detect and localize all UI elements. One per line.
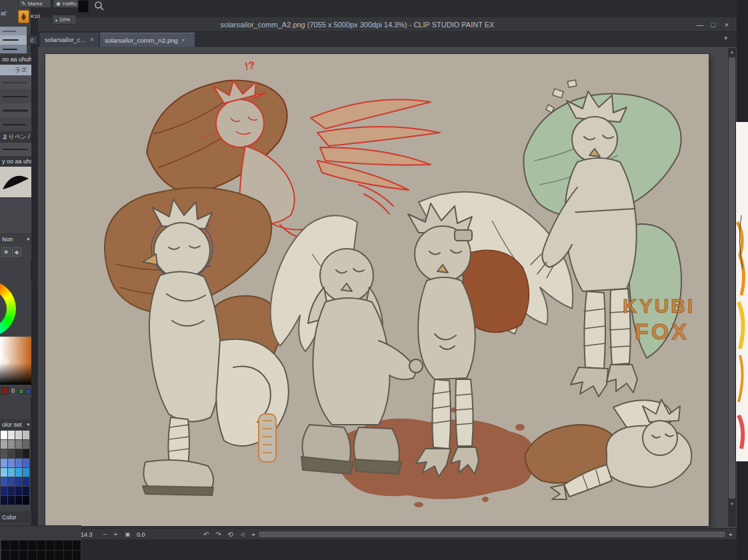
panel-gutter <box>31 0 38 560</box>
search-icon[interactable] <box>94 1 104 13</box>
color-swatch[interactable] <box>15 468 22 477</box>
tool-list-item[interactable] <box>0 27 27 35</box>
color-swatch[interactable] <box>8 459 15 467</box>
color-swatch[interactable] <box>8 468 15 477</box>
effect-tool-button[interactable]: ✽ <box>1 247 11 257</box>
color-swatch[interactable] <box>15 496 22 505</box>
reset-view-button[interactable]: ⟲ <box>226 530 235 539</box>
top-strip <box>38 0 737 17</box>
maximize-button[interactable]: □ <box>707 19 719 31</box>
color-swatch[interactable] <box>1 487 7 495</box>
rotation-angle-value: 0.0 <box>137 531 145 538</box>
color-swatch[interactable] <box>1 496 7 505</box>
vertical-scrollbar-thumb[interactable] <box>729 57 735 499</box>
left-tool-panel: oo aa uhuh ラズ まりペン / y oo aa uhu Non ▾ ✽… <box>0 0 31 560</box>
cropped-label-k10: K10 <box>31 13 40 19</box>
color-swatch[interactable] <box>8 431 15 439</box>
brush-group-header[interactable]: y oo aa uhu <box>0 156 31 167</box>
zoom-out-button[interactable]: − <box>101 530 109 539</box>
app-window: solarsailor_comm_A2.png (7055 x 5000px 3… <box>0 0 748 560</box>
opacity-control[interactable]: ▲ 10% <box>52 15 77 25</box>
color-swatch[interactable] <box>1 440 7 449</box>
rotate-cw-button[interactable]: ↷ <box>214 530 223 539</box>
bg-color-swatch[interactable] <box>25 389 31 394</box>
brush-group-label[interactable]: まりペン / <box>0 131 31 143</box>
color-swatch[interactable] <box>23 468 29 477</box>
window-controls: — □ × <box>694 19 733 31</box>
fg-color-swatch[interactable] <box>1 387 9 395</box>
subtool-tab[interactable]: c <box>27 35 37 45</box>
document-tab-inactive[interactable]: solarsailor_comm × <box>40 33 99 47</box>
color-swatch[interactable] <box>8 487 15 495</box>
color-swatch[interactable] <box>23 487 29 495</box>
color-swatch[interactable] <box>8 449 15 458</box>
color-swatch[interactable] <box>23 477 29 486</box>
brush-item-selected[interactable]: ラズ <box>0 65 31 75</box>
blend-mode-value: Non <box>2 236 13 243</box>
opacity-value: 10% <box>59 17 70 23</box>
navigation-bar: 14.3 − + ▣ 0.0 ↶ ↷ ⟲ ◁ ◂ ▸ <box>38 528 737 539</box>
active-pen-tool-icon[interactable] <box>18 10 29 23</box>
scroll-left-icon[interactable]: ◂ <box>249 530 257 539</box>
horizontal-scrollbar[interactable] <box>258 531 726 538</box>
scroll-right-icon[interactable]: ▸ <box>727 530 735 539</box>
vertical-scrollbar[interactable]: ▲ ▼ <box>728 48 736 527</box>
blur-tool-button[interactable]: ◆ <box>12 247 21 257</box>
brush-item[interactable] <box>0 103 31 117</box>
halftone-icon: ◉ <box>56 1 61 7</box>
chevron-down-icon[interactable]: ▾ <box>27 419 31 430</box>
color-swatch[interactable] <box>8 440 15 449</box>
color-swatch[interactable] <box>23 431 29 439</box>
horizontal-scrollbar-thumb[interactable] <box>259 531 725 537</box>
color-swatch[interactable] <box>15 477 22 486</box>
scroll-down-icon[interactable]: ▼ <box>728 500 736 508</box>
flip-view-button[interactable]: ◁ <box>238 530 247 539</box>
document-canvas[interactable]: !? <box>45 54 709 526</box>
color-swatch[interactable] <box>1 459 7 467</box>
tool-list-item-selected[interactable] <box>0 35 27 45</box>
color-swatch[interactable] <box>23 496 29 505</box>
blend-mode-dropdown[interactable]: Non ▾ <box>0 234 31 245</box>
chevron-down-icon[interactable]: ▾ <box>724 35 727 41</box>
color-value-label: 0 <box>11 387 15 394</box>
sketch-exclaim-text: !? <box>244 59 255 72</box>
brush-item[interactable] <box>0 143 31 156</box>
color-swatch[interactable] <box>1 468 7 477</box>
brush-item[interactable] <box>0 117 31 131</box>
color-wheel[interactable] <box>0 281 31 337</box>
color-swatch[interactable] <box>1 477 7 486</box>
rotate-ccw-button[interactable]: ↶ <box>202 530 211 539</box>
dark-swatch-grid[interactable] <box>1 540 81 560</box>
panel-spacer <box>0 197 31 234</box>
color-swatch[interactable] <box>15 449 22 458</box>
sub-color-swatch[interactable] <box>19 389 24 394</box>
color-picker-cursor[interactable] <box>5 359 9 363</box>
cropped-side-canvas[interactable] <box>736 122 748 461</box>
fit-screen-button[interactable]: ▣ <box>123 530 132 539</box>
color-gradient-picker[interactable] <box>0 337 31 385</box>
color-swatch[interactable] <box>15 440 22 449</box>
tool-list-item[interactable] <box>0 45 27 53</box>
brush-item[interactable] <box>0 89 31 103</box>
color-swatch[interactable] <box>15 487 22 495</box>
color-swatch[interactable] <box>1 449 7 458</box>
minimize-button[interactable]: — <box>694 19 706 31</box>
color-swatch[interactable] <box>23 449 29 458</box>
color-swatch[interactable] <box>23 440 29 449</box>
color-swatch[interactable] <box>15 431 22 439</box>
scroll-up-icon[interactable]: ▲ <box>728 48 736 56</box>
brush-item[interactable] <box>0 75 31 89</box>
color-swatch[interactable] <box>23 459 29 467</box>
close-button[interactable]: × <box>721 19 733 31</box>
document-tab-active[interactable]: solarsailor_comm_A2.png × <box>100 33 195 47</box>
chevron-down-icon: ▾ <box>27 234 31 245</box>
zoom-in-button[interactable]: + <box>111 530 120 539</box>
marker-tool-button[interactable]: ✎ Marke <box>18 0 51 8</box>
brush-group-header[interactable]: oo aa uhuh <box>0 54 31 65</box>
color-swatch[interactable] <box>8 496 15 505</box>
color-swatch[interactable] <box>8 477 15 486</box>
tab-close-icon[interactable]: × <box>181 37 185 44</box>
tab-close-icon[interactable]: × <box>90 36 94 43</box>
color-swatch[interactable] <box>1 431 7 439</box>
color-swatch[interactable] <box>15 459 22 467</box>
